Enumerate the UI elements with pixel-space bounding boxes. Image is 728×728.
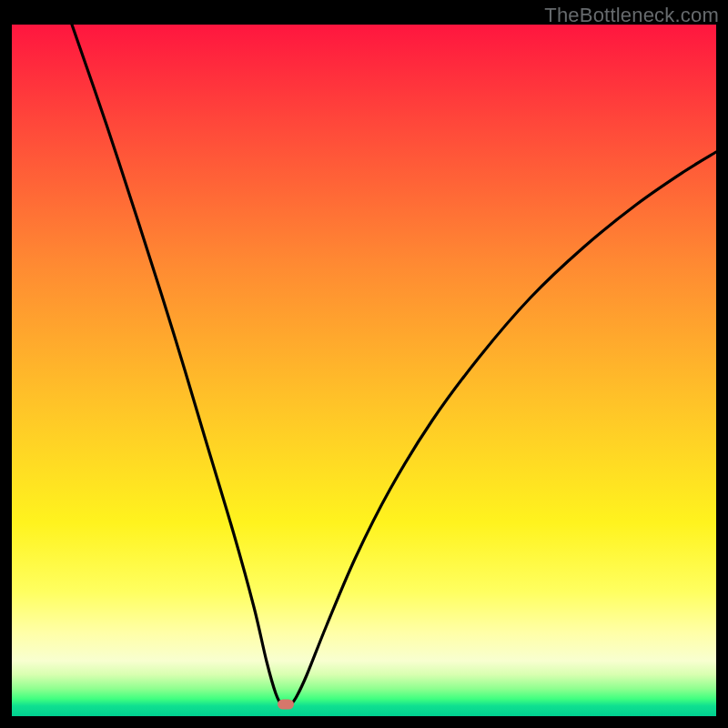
chart-area (12, 25, 716, 716)
optimal-point-marker (278, 700, 294, 710)
bottleneck-curve (12, 25, 716, 716)
